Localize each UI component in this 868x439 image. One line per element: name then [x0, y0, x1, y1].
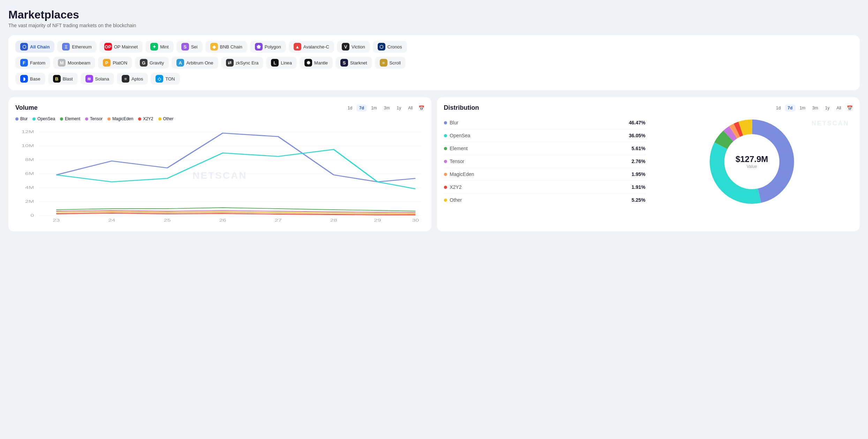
svg-text:27: 27 [275, 218, 282, 222]
time-btn-3m[interactable]: 3m [381, 105, 393, 111]
time-btn-3m[interactable]: 3m [809, 105, 821, 111]
chain-icon-all: ⬡ [20, 43, 28, 51]
legend-item-element: Element [60, 116, 80, 121]
legend-label-blur: Blur [20, 116, 28, 121]
dist-value-x2y2: 1.91% [632, 184, 646, 190]
chain-label-scroll: Scroll [390, 60, 401, 66]
time-btn-1y[interactable]: 1y [822, 105, 832, 111]
chain-icon-ethereum: Ξ [62, 43, 70, 51]
chain-icon-zksync-era: ⇄ [226, 59, 234, 67]
chain-icon-aptos: ≡ [122, 75, 129, 83]
svg-text:4M: 4M [25, 185, 34, 190]
donut-wrapper: NETSCAN [651, 116, 853, 207]
time-btn-all[interactable]: All [405, 105, 415, 111]
chain-btn-all[interactable]: ⬡All Chain [15, 41, 54, 53]
legend-item-tensor: Tensor [85, 116, 103, 121]
chain-row-1: ⬡All ChainΞEthereumOPOP Mainnet✦MintSSei… [15, 41, 853, 53]
chain-label-blast: Blast [63, 76, 73, 82]
chain-icon-starknet: S [340, 59, 348, 67]
chain-btn-base[interactable]: ◗Base [15, 73, 45, 85]
chain-label-polygon: Polygon [265, 44, 281, 49]
dist-dot-x2y2 [444, 186, 447, 189]
calendar-icon[interactable]: 📅 [418, 105, 424, 111]
time-btn-1d[interactable]: 1d [345, 105, 355, 111]
dist-row-magiceden: MagicEden1.95% [444, 168, 646, 181]
chain-btn-cronos[interactable]: ⬡Cronos [373, 41, 407, 53]
dist-row-x2y2: X2Y21.91% [444, 181, 646, 194]
chain-btn-ton[interactable]: ◇TON [151, 73, 180, 85]
chain-btn-moonbeam[interactable]: MMoonbeam [53, 57, 95, 69]
chain-btn-op-mainnet[interactable]: OPOP Mainnet [99, 41, 143, 53]
legend-item-x2y2: X2Y2 [138, 116, 153, 121]
dist-label-magiceden: MagicEden [450, 171, 474, 177]
chain-label-op-mainnet: OP Mainnet [114, 44, 138, 49]
chain-btn-mantle[interactable]: ✺Mantle [300, 57, 333, 69]
chain-label-cronos: Cronos [387, 44, 402, 49]
time-btn-1y[interactable]: 1y [394, 105, 404, 111]
legend-dot-magiceden [107, 117, 111, 121]
calendar-icon[interactable]: 📅 [847, 105, 853, 111]
chain-icon-avalanche-c: ▲ [294, 43, 301, 51]
chain-row-3: ◗BaseBBlast≋Solana≡Aptos◇TON [15, 73, 853, 85]
legend-item-other: Other [158, 116, 174, 121]
legend-label-magiceden: MagicEden [112, 116, 133, 121]
chain-label-solana: Solana [95, 76, 109, 82]
chain-icon-fantom: F [20, 59, 28, 67]
chain-label-bnb-chain: BNB Chain [220, 44, 242, 49]
chain-btn-zksync-era[interactable]: ⇄zkSync Era [221, 57, 264, 69]
volume-chart-header: Volume 1d7d1m3m1yAll📅 [15, 104, 424, 111]
chain-btn-bnb-chain[interactable]: ◆BNB Chain [205, 41, 247, 53]
chain-icon-bnb-chain: ◆ [210, 43, 218, 51]
legend-label-tensor: Tensor [90, 116, 103, 121]
dist-value-tensor: 2.76% [632, 159, 646, 164]
chain-label-linea: Linea [281, 60, 292, 66]
chain-btn-starknet[interactable]: SStarknet [335, 57, 372, 69]
dist-label-opensea: OpenSea [450, 133, 470, 138]
legend-item-blur: Blur [15, 116, 28, 121]
dist-row-other: Other5.25% [444, 194, 646, 206]
chain-btn-gravity[interactable]: GGravity [135, 57, 169, 69]
chain-icon-sei: S [181, 43, 189, 51]
chain-btn-mint[interactable]: ✦Mint [145, 41, 174, 53]
chain-btn-blast[interactable]: BBlast [48, 73, 78, 85]
time-btn-7d[interactable]: 7d [785, 105, 795, 111]
chain-btn-scroll[interactable]: ≡Scroll [375, 57, 406, 69]
chain-btn-sei[interactable]: SSei [176, 41, 203, 53]
chain-btn-solana[interactable]: ≋Solana [81, 73, 114, 85]
chain-label-gravity: Gravity [150, 60, 164, 66]
chain-icon-platon: P [103, 59, 111, 67]
time-btn-1m[interactable]: 1m [797, 105, 808, 111]
chain-btn-ethereum[interactable]: ΞEthereum [57, 41, 96, 53]
dist-dot-blur [444, 121, 447, 124]
dist-dot-element [444, 147, 447, 150]
legend-dot-other [158, 117, 161, 121]
chain-icon-base: ◗ [20, 75, 28, 83]
chain-btn-platon[interactable]: PPlatON [98, 57, 132, 69]
chain-btn-polygon[interactable]: ⬟Polygon [250, 41, 286, 53]
chain-btn-avalanche-c[interactable]: ▲Avalanche-C [289, 41, 334, 53]
volume-chart-title: Volume [15, 104, 38, 111]
time-btn-7d[interactable]: 7d [356, 105, 367, 111]
chain-icon-mint: ✦ [150, 43, 158, 51]
dist-name-magiceden: MagicEden [444, 171, 474, 177]
chain-btn-viction[interactable]: VViction [337, 41, 370, 53]
dist-value-blur: 46.47% [629, 120, 645, 125]
svg-text:29: 29 [374, 218, 381, 222]
time-btn-all[interactable]: All [834, 105, 844, 111]
chain-btn-linea[interactable]: LLinea [266, 57, 297, 69]
chain-icon-mantle: ✺ [304, 59, 312, 67]
chain-label-mint: Mint [160, 44, 169, 49]
svg-text:24: 24 [108, 218, 115, 222]
dist-dot-other [444, 199, 447, 202]
legend-label-other: Other [163, 116, 174, 121]
chain-label-viction: Viction [352, 44, 365, 49]
time-btn-1d[interactable]: 1d [773, 105, 783, 111]
chain-btn-aptos[interactable]: ≡Aptos [117, 73, 148, 85]
time-btn-1m[interactable]: 1m [368, 105, 380, 111]
chain-label-ethereum: Ethereum [72, 44, 91, 49]
dist-row-tensor: Tensor2.76% [444, 155, 646, 168]
chain-btn-fantom[interactable]: FFantom [15, 57, 50, 69]
chain-btn-arbitrum-one[interactable]: AArbitrum One [172, 57, 218, 69]
dist-row-element: Element5.61% [444, 142, 646, 155]
legend-dot-tensor [85, 117, 88, 121]
